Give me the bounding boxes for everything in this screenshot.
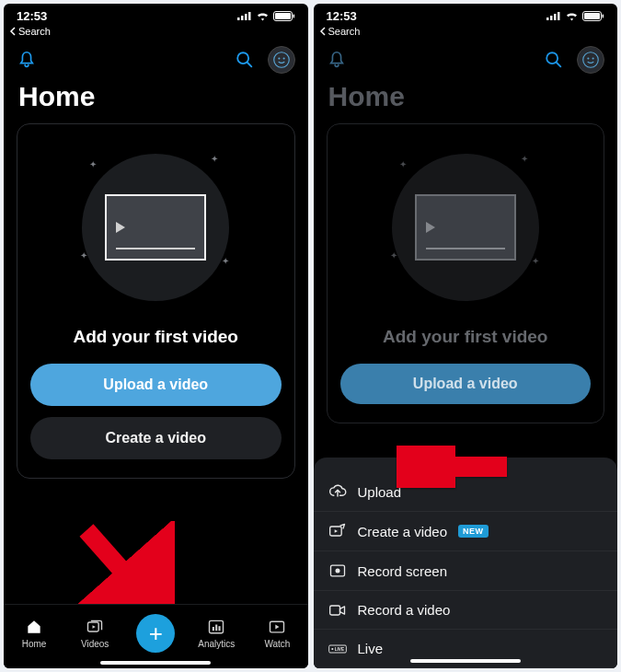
svg-rect-15: [215, 624, 217, 631]
avatar-face-icon: [273, 52, 290, 68]
page-title: Home: [4, 79, 308, 123]
svg-rect-14: [213, 627, 214, 631]
action-sheet: Upload Create a video NEW Record screen …: [314, 458, 618, 668]
empty-state-card: ✦✦ ✦✦ Add your first video Upload a vide…: [17, 123, 295, 479]
home-indicator: [410, 659, 521, 663]
svg-point-32: [335, 569, 339, 574]
add-fab[interactable]: +: [131, 614, 180, 653]
sheet-live-label: Live: [358, 641, 384, 656]
tab-watch-label: Watch: [264, 639, 290, 649]
svg-point-9: [273, 52, 289, 68]
sheet-create-label: Create a video: [358, 524, 448, 539]
create-video-icon: [328, 523, 347, 539]
empty-illustration: ✦✦ ✦✦: [73, 145, 238, 310]
profile-avatar[interactable]: [268, 46, 295, 74]
battery-icon: [273, 11, 295, 21]
top-bar: [4, 41, 308, 79]
tab-home[interactable]: Home: [9, 618, 59, 649]
camcorder-icon: [328, 603, 347, 618]
videos-icon: [86, 618, 104, 636]
sheet-record-video-label: Record a video: [358, 602, 451, 618]
home-indicator: [100, 661, 211, 665]
svg-point-10: [278, 57, 280, 59]
empty-heading: Add your first video: [74, 327, 238, 347]
sheet-grabber[interactable]: [449, 463, 482, 467]
svg-text:LIVE: LIVE: [334, 647, 343, 652]
sheet-record-screen-label: Record screen: [358, 563, 448, 579]
sheet-record-video[interactable]: Record a video: [314, 591, 618, 630]
svg-rect-33: [329, 606, 339, 615]
svg-rect-0: [237, 17, 240, 20]
cloud-upload-icon: [328, 483, 347, 500]
home-icon: [25, 618, 43, 636]
bell-icon: [17, 50, 37, 70]
play-box-icon: [268, 618, 286, 636]
svg-point-35: [331, 647, 333, 649]
record-screen-icon: [328, 562, 347, 579]
svg-rect-2: [245, 14, 247, 20]
chevron-left-icon: [9, 27, 17, 36]
svg-rect-3: [248, 12, 251, 20]
tab-home-label: Home: [22, 639, 47, 649]
live-badge-icon: LIVE: [328, 643, 347, 655]
notifications-button[interactable]: [17, 50, 37, 70]
screenshot-left: 12:53 Search Home ✦✦ ✦✦: [4, 4, 308, 668]
status-bar: 12:53: [4, 4, 308, 26]
bottom-tab-bar: Home Videos + Analytics Watch: [4, 604, 308, 668]
status-time: 12:53: [17, 9, 47, 23]
sheet-record-screen[interactable]: Record screen: [314, 551, 618, 591]
create-video-button[interactable]: Create a video: [30, 417, 282, 459]
back-search[interactable]: Search: [4, 26, 308, 41]
plus-icon: +: [136, 614, 175, 653]
svg-rect-1: [241, 16, 244, 20]
status-right: [237, 11, 295, 21]
svg-point-11: [282, 57, 284, 59]
back-label: Search: [18, 26, 51, 37]
video-thumb-icon: [105, 194, 206, 261]
wifi-icon: [256, 11, 270, 21]
tab-analytics[interactable]: Analytics: [191, 618, 241, 649]
chart-icon: [207, 618, 225, 636]
sheet-upload-label: Upload: [358, 484, 402, 500]
upload-video-button[interactable]: Upload a video: [30, 364, 282, 406]
tab-videos[interactable]: Videos: [70, 618, 120, 649]
tab-videos-label: Videos: [81, 639, 109, 649]
search-icon: [235, 50, 255, 70]
sheet-upload[interactable]: Upload: [314, 472, 618, 512]
svg-rect-5: [275, 13, 291, 19]
tab-analytics-label: Analytics: [198, 639, 235, 649]
svg-rect-6: [293, 14, 294, 17]
signal-icon: [237, 11, 252, 20]
sheet-create[interactable]: Create a video NEW: [314, 512, 618, 551]
tab-watch[interactable]: Watch: [252, 618, 302, 649]
svg-line-8: [247, 63, 251, 67]
screenshot-right: 12:53 Search Home ✦✦ ✦✦: [314, 4, 618, 668]
new-badge: NEW: [458, 525, 489, 538]
svg-rect-16: [219, 626, 221, 631]
search-button[interactable]: [235, 50, 255, 70]
